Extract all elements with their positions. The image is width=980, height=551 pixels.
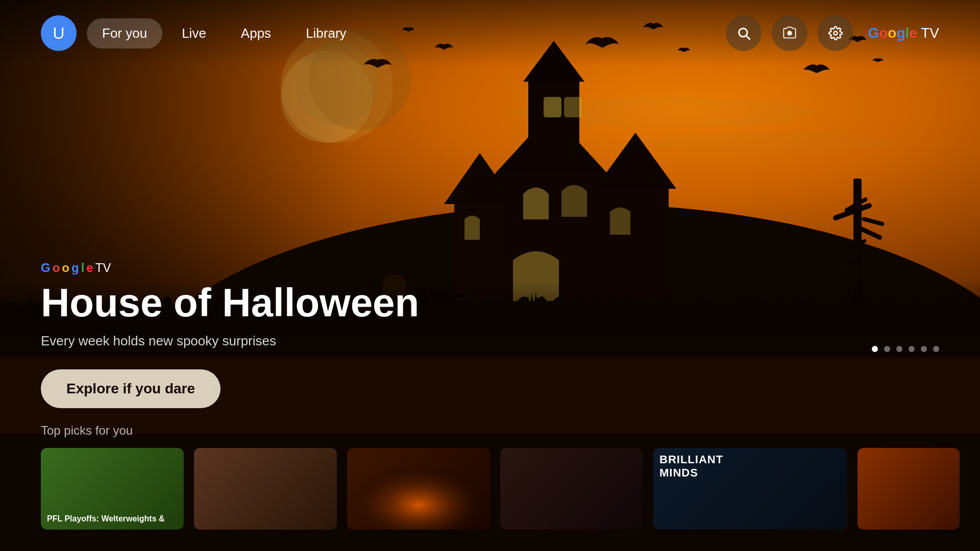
- hero-brand: Google TV: [41, 261, 419, 275]
- tab-apps[interactable]: Apps: [226, 18, 286, 48]
- settings-button[interactable]: [818, 15, 853, 51]
- carousel-dot-3[interactable]: [896, 346, 902, 352]
- section-title: Top picks for you: [41, 418, 939, 438]
- gear-icon: [828, 26, 843, 40]
- header: U For you Live Apps Library: [0, 0, 980, 66]
- svg-point-3: [638, 133, 893, 153]
- card-label-5: BRILLIANTMINDS: [659, 453, 723, 480]
- carousel-dot-2[interactable]: [884, 346, 890, 352]
- card-2[interactable]: [194, 448, 337, 530]
- camera-icon: [782, 26, 797, 40]
- bottom-section: Top picks for you PFL Playoffs: Welterwe…: [0, 418, 980, 551]
- svg-point-32: [834, 32, 838, 35]
- svg-rect-33: [347, 448, 490, 530]
- card-label-1: PFL Playoffs: Welterweights &: [47, 514, 165, 524]
- carousel-dot-6[interactable]: [933, 346, 939, 352]
- svg-rect-16: [528, 82, 579, 173]
- google-tv-header-label: Google TV: [868, 25, 939, 41]
- search-button[interactable]: [726, 15, 762, 51]
- svg-point-31: [788, 31, 792, 35]
- nav-tabs: For you Live Apps Library: [87, 18, 362, 48]
- card-3-art: [347, 448, 490, 530]
- search-icon: [737, 26, 751, 40]
- carousel-dots: [872, 346, 939, 352]
- hero-title: House of Halloween: [41, 281, 419, 325]
- card-4[interactable]: [500, 448, 643, 530]
- header-right: Google TV: [726, 15, 939, 51]
- tab-live[interactable]: Live: [166, 18, 222, 48]
- user-avatar[interactable]: U: [41, 15, 77, 51]
- explore-button[interactable]: Explore if you dare: [41, 369, 220, 408]
- card-6[interactable]: [857, 448, 960, 530]
- svg-rect-21: [564, 97, 582, 117]
- tab-library[interactable]: Library: [290, 18, 361, 48]
- card-pfl-playoffs[interactable]: PFL Playoffs: Welterweights &: [41, 448, 184, 530]
- svg-line-30: [747, 36, 750, 39]
- hero-content: Google TV House of Halloween Every week …: [41, 261, 419, 408]
- card-brilliant-minds[interactable]: BRILLIANTMINDS: [653, 448, 847, 530]
- carousel-dot-5[interactable]: [921, 346, 927, 352]
- svg-rect-10: [862, 216, 885, 226]
- carousel-dot-1[interactable]: [872, 346, 878, 352]
- cards-row: PFL Playoffs: Welterweights & BRILLIANTM…: [41, 448, 939, 530]
- hero-subtitle: Every week holds new spooky surprises: [41, 333, 419, 349]
- svg-rect-20: [544, 97, 561, 117]
- tab-for-you[interactable]: For you: [87, 18, 162, 48]
- card-3[interactable]: [347, 448, 490, 530]
- carousel-dot-4[interactable]: [909, 346, 915, 352]
- camera-button[interactable]: [772, 15, 807, 51]
